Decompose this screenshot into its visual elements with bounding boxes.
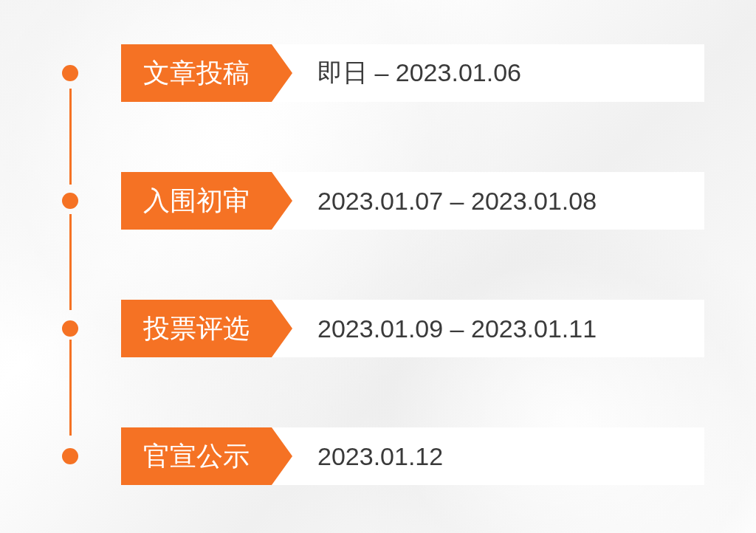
timeline-label: 投票评选 xyxy=(121,300,272,357)
timeline-date: 2023.01.09 – 2023.01.11 xyxy=(272,300,619,357)
timeline-label: 官宣公示 xyxy=(121,427,272,485)
timeline-dot-icon xyxy=(62,193,78,209)
timeline-date: 即日 – 2023.01.06 xyxy=(272,44,543,102)
timeline-item-review: 入围初审 2023.01.07 – 2023.01.08 xyxy=(52,172,704,230)
timeline-content-card: 文章投稿 即日 – 2023.01.06 xyxy=(121,44,704,102)
timeline-date: 2023.01.12 xyxy=(272,427,465,485)
timeline-dot-icon xyxy=(62,448,78,464)
timeline-connector xyxy=(69,89,72,185)
timeline-label: 文章投稿 xyxy=(121,44,272,102)
timeline-label: 入围初审 xyxy=(121,172,272,230)
timeline-dot-icon xyxy=(62,65,78,81)
timeline-content-card: 投票评选 2023.01.09 – 2023.01.11 xyxy=(121,300,704,357)
timeline-connector xyxy=(69,340,72,436)
timeline-connector xyxy=(69,214,72,310)
timeline-item-voting: 投票评选 2023.01.09 – 2023.01.11 xyxy=(52,300,704,357)
timeline-content-card: 官宣公示 2023.01.12 xyxy=(121,427,704,485)
timeline-date: 2023.01.07 – 2023.01.08 xyxy=(272,172,619,230)
timeline-content-card: 入围初审 2023.01.07 – 2023.01.08 xyxy=(121,172,704,230)
timeline-container: 文章投稿 即日 – 2023.01.06 入围初审 2023.01.07 – 2… xyxy=(0,0,756,515)
timeline-item-announcement: 官宣公示 2023.01.12 xyxy=(52,427,704,485)
timeline-item-submission: 文章投稿 即日 – 2023.01.06 xyxy=(52,44,704,102)
timeline-dot-icon xyxy=(62,320,78,337)
